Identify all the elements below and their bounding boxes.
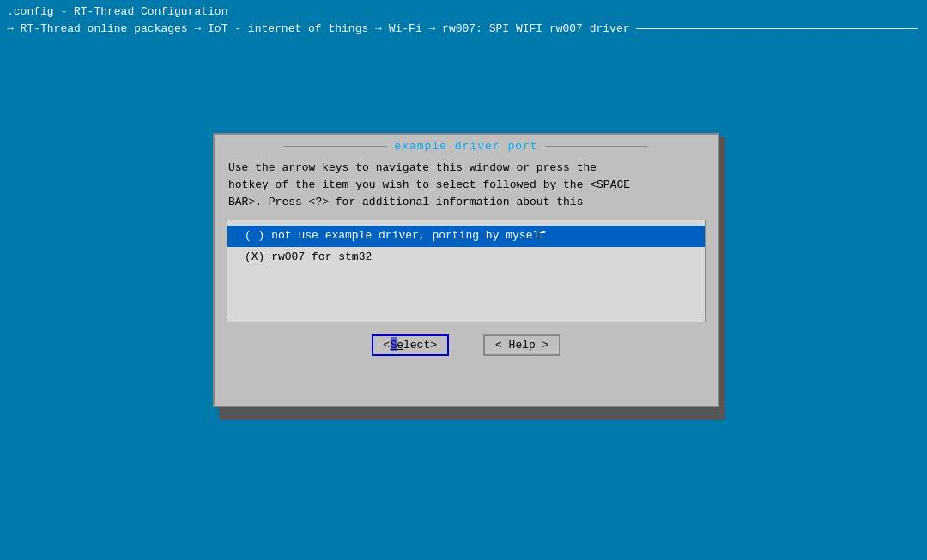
option-2-prefix: (X) [245, 250, 271, 263]
select-button-container: <Select> [372, 334, 449, 356]
dialog-desc-line-2: hotkey of the item you wish to select fo… [228, 177, 704, 194]
dialog-desc-line-1: Use the arrow keys to navigate this wind… [228, 160, 704, 177]
dialog: example driver port Use the arrow keys t… [213, 133, 719, 407]
help-button[interactable]: < Help > [483, 334, 560, 356]
option-1-prefix: ( ) [245, 229, 271, 242]
option-2-label: rw007 for stm32 [271, 250, 372, 263]
dialog-buttons: <Select> < Help > [215, 322, 718, 363]
top-bar: .config - RT-Thread Configuration → RT-T… [0, 0, 927, 40]
option-1-label: not use example driver, porting by mysel… [271, 229, 546, 242]
window-title: .config - RT-Thread Configuration [7, 3, 920, 21]
option-1[interactable]: ( ) not use example driver, porting by m… [227, 226, 705, 247]
dialog-desc-line-3: BAR>. Press <?> for additional informati… [228, 194, 704, 211]
option-2[interactable]: (X) rw007 for stm32 [227, 247, 705, 268]
breadcrumb: → RT-Thread online packages → IoT - inte… [7, 21, 920, 38]
dialog-title: example driver port [215, 135, 718, 156]
select-button[interactable]: <Select> [372, 334, 449, 356]
dialog-options-box: ( ) not use example driver, porting by m… [227, 220, 706, 322]
select-underline: Se [390, 339, 403, 352]
dialog-description: Use the arrow keys to navigate this wind… [215, 156, 718, 220]
